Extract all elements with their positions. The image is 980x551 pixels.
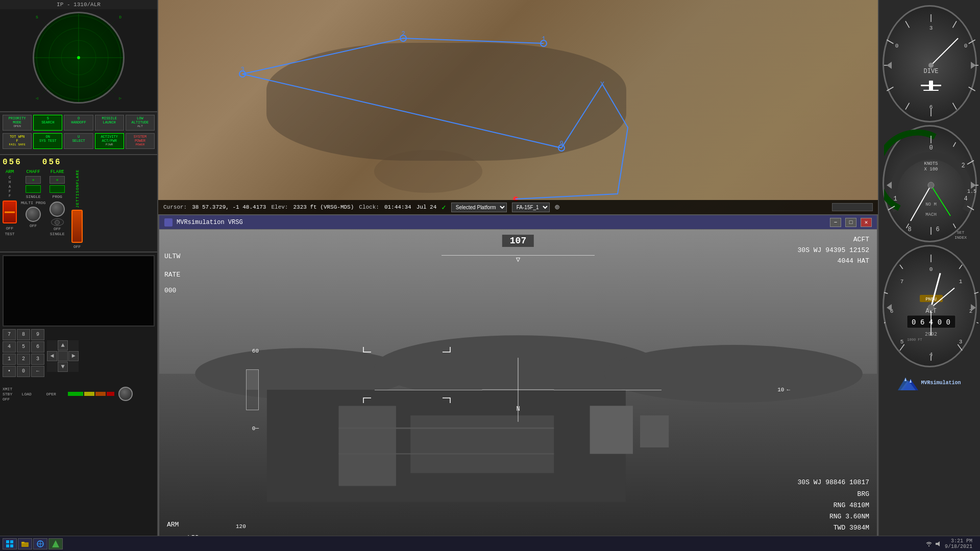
platform-select[interactable]: Selected Platform xyxy=(451,203,507,212)
flare-mode-knob[interactable] xyxy=(51,218,64,226)
systest-btn[interactable]: ONSYS TEST xyxy=(33,133,62,149)
svg-rect-123 xyxy=(10,544,13,547)
terrain1 xyxy=(374,150,482,193)
load-label: LOAD xyxy=(16,392,37,396)
up-btn[interactable]: ▲ xyxy=(58,340,68,350)
svg-line-92 xyxy=(884,291,888,294)
elev-label: Elev: xyxy=(271,204,288,210)
num4[interactable]: 4 xyxy=(3,341,16,353)
off-label-fj: OFF xyxy=(74,244,81,249)
status-labels: XMIT STBY OFF xyxy=(3,387,12,402)
north-indicator: N xyxy=(516,406,520,413)
search-btn[interactable]: SSEARCH xyxy=(33,115,62,131)
num3[interactable]: 3 xyxy=(31,354,44,365)
num2[interactable]: 2 xyxy=(17,354,30,365)
svg-line-90 xyxy=(899,344,904,350)
acft-label: ACFT xyxy=(798,235,869,245)
chaff-indicator2 xyxy=(26,185,41,193)
map-bg: 2 3 1 9 X xyxy=(158,0,878,214)
chaff-single-row: SINGLE xyxy=(26,194,41,199)
map-svg: 2 3 1 9 X xyxy=(158,0,878,214)
btn-grid-row1: PRIORITYMODEOPEN SSEARCH OHANDOFF MISSIL… xyxy=(3,115,155,131)
clock-label: Clock: xyxy=(359,204,379,210)
svg-marker-82 xyxy=(887,182,892,189)
flare-mode-row: OFF SINGLE xyxy=(50,218,65,236)
svg-text:2: 2 xyxy=(961,162,965,169)
svg-text:3: 3 xyxy=(240,66,244,73)
num-clr[interactable]: ← xyxy=(31,366,44,377)
mode-btn[interactable]: PRIORITYMODEOPEN xyxy=(3,115,32,131)
bar-orange xyxy=(95,392,106,396)
vrsg-restore-btn[interactable]: □ xyxy=(845,218,856,227)
status-bars xyxy=(68,392,114,396)
svg-rect-54 xyxy=(923,90,939,91)
svg-text:3: 3 xyxy=(929,25,933,31)
num5[interactable]: 5 xyxy=(17,341,30,353)
oper-knob[interactable] xyxy=(118,387,133,401)
taskbar-time: 3:21 PM xyxy=(945,538,972,544)
num6[interactable]: 6 xyxy=(31,341,44,353)
num7[interactable]: 7 xyxy=(3,329,16,340)
altitude-btn[interactable]: LOWALTITUDEALT xyxy=(126,115,155,131)
chaff-prog-knob[interactable] xyxy=(26,207,41,222)
power-btn[interactable]: SYSTEMPOWERPOWER xyxy=(126,133,155,149)
stby-label: STBY xyxy=(3,392,12,396)
numpad-row: 7 8 9 4 5 6 1 2 3 • 0 ← ▲ xyxy=(3,329,155,383)
select-btn[interactable]: USELECT xyxy=(64,133,93,149)
mvrlogo-area: MVRsimulation xyxy=(883,372,977,393)
add-icon[interactable]: ⊕ xyxy=(555,202,560,212)
svg-text:SET: SET xyxy=(957,230,964,235)
flare-prog-knob[interactable] xyxy=(50,202,65,217)
svg-line-93 xyxy=(899,265,902,269)
svg-text:INDEX: INDEX xyxy=(954,235,966,240)
bar-yellow xyxy=(84,392,94,396)
network-btn[interactable] xyxy=(48,538,63,549)
right-btn[interactable]: ► xyxy=(68,351,79,361)
jettison-lever[interactable] xyxy=(71,210,83,243)
arm-lever[interactable] xyxy=(3,201,17,223)
browser-icon xyxy=(37,540,44,547)
num1[interactable]: 1 xyxy=(3,354,16,365)
handoff-btn[interactable]: OHANDOFF xyxy=(64,115,93,131)
prog-label1: PROG xyxy=(36,201,45,205)
browser-btn[interactable] xyxy=(33,538,47,549)
mvrlogo: MVRsimulation xyxy=(885,375,974,390)
down-btn[interactable]: ▼ xyxy=(58,362,68,372)
chaff-flare-section: 056 056 ARM C H A F F xyxy=(0,155,157,252)
center-area: 2 3 1 9 X xyxy=(158,0,878,551)
actpwr-btn[interactable]: ACTIVITYACT/PWRPJWR xyxy=(95,133,124,149)
num0[interactable]: 0 xyxy=(17,366,30,377)
svg-rect-53 xyxy=(929,81,933,90)
btn-grid-row2: TOT WPNFFAIL SAFE ONSYS TEST USELECT ACT… xyxy=(3,133,155,149)
empty1 xyxy=(47,340,57,350)
launch-btn[interactable]: MISSILELAUNCH xyxy=(95,115,124,131)
num9[interactable]: 9 xyxy=(31,329,44,340)
scale-fill xyxy=(247,370,258,390)
vrsg-close-btn[interactable]: ✕ xyxy=(861,218,872,227)
vrsg-titlebar: MVRsimulation VRSG − □ ✕ xyxy=(159,215,877,230)
center-btn[interactable] xyxy=(58,351,68,361)
totwpn-btn[interactable]: TOT WPNFFAIL SAFE xyxy=(3,133,32,149)
xmit-label: XMIT xyxy=(3,387,12,391)
num-dot[interactable]: • xyxy=(3,366,16,377)
map-scrollbar[interactable] xyxy=(832,203,873,211)
folder-btn[interactable] xyxy=(18,538,32,549)
start-btn[interactable] xyxy=(3,538,17,549)
svg-text:KNOTS: KNOTS xyxy=(924,161,938,166)
num8[interactable]: 8 xyxy=(17,329,30,340)
aircraft-select[interactable]: FA-15F_1 xyxy=(512,203,550,212)
map-area[interactable]: 2 3 1 9 X xyxy=(158,0,878,214)
mvr-logo-icon xyxy=(898,375,918,390)
off-label1: OFF xyxy=(6,226,13,231)
clock-value: 01:44:34 xyxy=(384,204,411,210)
left-btn[interactable]: ◄ xyxy=(47,351,57,361)
scale-0: 0─ xyxy=(252,425,259,432)
svg-text:1: 1 xyxy=(542,36,545,43)
horizon-left xyxy=(375,390,482,390)
arm-section: ARM C H A F F OFF TEST xyxy=(3,169,17,236)
svg-text:1: 1 xyxy=(893,195,897,203)
svg-text:0: 0 xyxy=(929,266,933,272)
svg-marker-55 xyxy=(887,62,892,69)
vrsg-minimize-btn[interactable]: − xyxy=(830,218,841,227)
svg-line-43 xyxy=(887,40,893,44)
